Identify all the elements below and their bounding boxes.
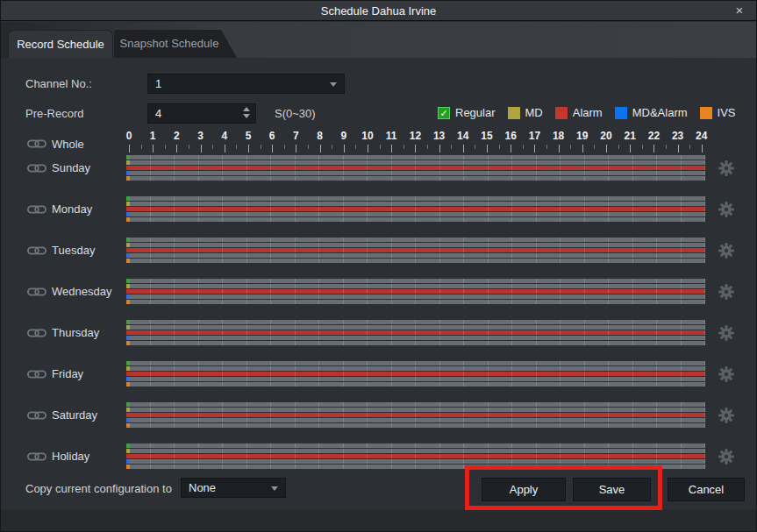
timeline-strip-mdalarm[interactable]: [126, 459, 705, 464]
timeline-strip-ivs[interactable]: [126, 176, 705, 181]
timeline-strip-md[interactable]: [126, 325, 705, 330]
hour-label: 18: [553, 130, 564, 142]
tick-mark: [344, 145, 345, 153]
strip-type-indicator: [126, 300, 130, 304]
copy-config-select[interactable]: None: [181, 478, 286, 498]
timeline-strip-ivs[interactable]: [126, 465, 705, 469]
dialog-bottom-strip: [1, 509, 756, 531]
timeline-strip-alarm[interactable]: [126, 207, 705, 211]
spin-up-icon[interactable]: [243, 107, 250, 111]
strip-type-indicator: [126, 449, 130, 453]
timeline-strip-mdalarm[interactable]: [126, 253, 705, 258]
link-icon[interactable]: [27, 245, 46, 257]
gear-icon[interactable]: [718, 366, 734, 382]
strip-type-indicator: [126, 325, 130, 330]
timeline-strip-md[interactable]: [126, 366, 705, 371]
prerecord-stepper[interactable]: [243, 107, 250, 118]
timeline-strip-mdalarm[interactable]: [126, 418, 705, 422]
tick-mark: [403, 145, 404, 149]
timeline-strip-alarm[interactable]: [126, 413, 705, 417]
timeline-strip-alarm[interactable]: [126, 330, 705, 335]
schedule-timeline[interactable]: [126, 320, 705, 345]
timeline-strip-mdalarm[interactable]: [126, 212, 705, 216]
timeline-strip-alarm[interactable]: [126, 166, 705, 170]
channel-select[interactable]: 1: [147, 74, 345, 94]
tick-mark: [594, 145, 595, 149]
tick-mark: [355, 145, 356, 149]
schedule-timeline[interactable]: [126, 402, 705, 428]
timeline-strip-mdalarm[interactable]: [126, 171, 705, 175]
link-icon[interactable]: [27, 162, 46, 174]
timeline-strip-ivs[interactable]: [126, 341, 705, 345]
gear-icon[interactable]: [718, 325, 734, 341]
timeline-strip-ivs[interactable]: [126, 382, 705, 387]
timeline-strip-regular[interactable]: [126, 196, 705, 201]
timeline-strip-regular[interactable]: [126, 238, 705, 242]
legend-item-alarm: Alarm: [555, 106, 603, 119]
spin-down-icon[interactable]: [243, 114, 250, 118]
gear-icon[interactable]: [718, 160, 734, 176]
day-label: Holiday: [52, 443, 89, 469]
gear-icon[interactable]: [718, 284, 734, 300]
timeline-strip-md[interactable]: [126, 202, 705, 206]
link-icon[interactable]: [27, 203, 46, 216]
link-icon[interactable]: [27, 409, 46, 422]
cancel-button[interactable]: Cancel: [668, 478, 745, 501]
strip-type-indicator: [126, 382, 130, 387]
schedule-timeline[interactable]: [126, 443, 705, 469]
timeline-strip-md[interactable]: [126, 243, 705, 247]
tab-snapshot-schedule[interactable]: Snapshot Schedule: [114, 30, 237, 58]
timeline-strip-mdalarm[interactable]: [126, 377, 705, 381]
apply-button[interactable]: Apply: [482, 478, 566, 501]
strip-type-indicator: [126, 160, 130, 165]
schedule-timeline[interactable]: [126, 155, 705, 181]
timeline-strip-mdalarm[interactable]: [126, 336, 705, 340]
tick-mark: [272, 145, 273, 153]
strip-type-indicator: [126, 243, 130, 247]
timeline-strip-mdalarm[interactable]: [126, 294, 705, 299]
tab-record-schedule[interactable]: Record Schedule: [8, 30, 113, 58]
tick-mark: [284, 145, 285, 149]
gear-icon[interactable]: [718, 408, 734, 423]
strip-type-indicator: [126, 330, 130, 335]
timeline-strip-regular[interactable]: [126, 279, 705, 283]
tab-strip: Record Schedule Snapshot Schedule: [1, 22, 756, 58]
schedule-timeline[interactable]: [126, 238, 705, 263]
tick-mark: [511, 145, 511, 153]
timeline-strip-regular[interactable]: [126, 361, 705, 365]
timeline-strip-ivs[interactable]: [126, 259, 705, 263]
link-icon[interactable]: [27, 450, 46, 463]
schedule-timeline[interactable]: [126, 279, 705, 304]
timeline-strip-regular[interactable]: [126, 443, 705, 448]
close-icon[interactable]: ×: [732, 3, 747, 18]
gear-icon[interactable]: [718, 449, 734, 465]
timeline-strip-ivs[interactable]: [126, 217, 705, 222]
schedule-timeline[interactable]: [126, 361, 705, 387]
prerecord-input[interactable]: 4: [147, 103, 256, 124]
timeline-strip-md[interactable]: [126, 408, 705, 412]
timeline-strip-md[interactable]: [126, 160, 705, 165]
link-icon[interactable]: [27, 368, 46, 380]
strip-type-indicator: [126, 336, 130, 340]
timeline-strip-md[interactable]: [126, 284, 705, 288]
timeline-strip-alarm[interactable]: [126, 289, 705, 294]
schedule-timeline[interactable]: [126, 196, 705, 222]
timeline-strip-ivs[interactable]: [126, 300, 705, 304]
timeline-strip-alarm[interactable]: [126, 454, 705, 458]
link-icon[interactable]: [27, 138, 46, 150]
timeline-strip-regular[interactable]: [126, 402, 705, 407]
save-button[interactable]: Save: [573, 478, 651, 501]
timeline-strip-alarm[interactable]: [126, 248, 705, 252]
timeline-strip-regular[interactable]: [126, 155, 705, 160]
link-icon[interactable]: [27, 327, 46, 339]
gear-icon[interactable]: [718, 202, 734, 217]
regular-checkbox[interactable]: ✓: [438, 107, 450, 119]
timeline-strip-md[interactable]: [126, 449, 705, 453]
gear-icon[interactable]: [718, 243, 734, 259]
timeline-strip-ivs[interactable]: [126, 423, 705, 428]
timeline-strip-alarm[interactable]: [126, 372, 705, 376]
link-icon[interactable]: [27, 286, 46, 298]
hour-label: 24: [696, 130, 707, 142]
schedule-day-row-tuesday: Tuesday: [1, 238, 756, 263]
timeline-strip-regular[interactable]: [126, 320, 705, 324]
